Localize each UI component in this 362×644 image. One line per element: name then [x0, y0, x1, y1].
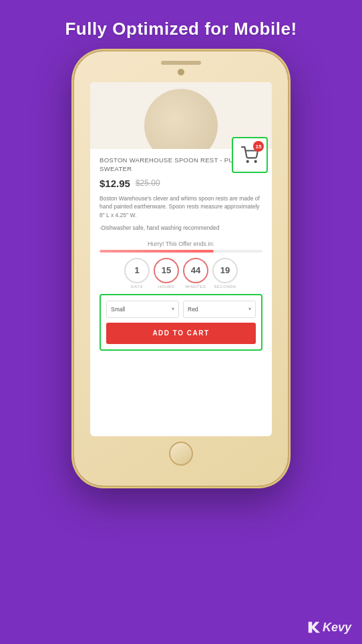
countdown-minutes: 44 MINUTES: [183, 258, 208, 289]
size-select[interactable]: Small ▾: [106, 301, 179, 318]
page-headline: Fully Optimized for Mobile!: [65, 19, 297, 39]
countdown-row: 1 DAYS 15 HOURS 44 MINUTES 19 SECONDS: [100, 258, 262, 289]
phone-top-bar: [74, 51, 288, 75]
progress-bar-fill: [100, 250, 214, 253]
size-select-arrow: ▾: [172, 306, 174, 312]
countdown-hours-circle: 15: [154, 258, 179, 283]
product-description: Boston Warehouse's clever and whims spoo…: [100, 194, 262, 220]
add-to-cart-button[interactable]: ADD TO CART: [106, 323, 256, 344]
price-original: $25.00: [136, 178, 160, 188]
phone-home-button[interactable]: [169, 442, 193, 466]
countdown-hours: 15 HOURS: [154, 258, 179, 289]
kevy-logo: Kevy: [307, 620, 351, 635]
product-image: [144, 89, 218, 149]
countdown-minutes-label: MINUTES: [186, 285, 206, 289]
countdown-days-circle: 1: [124, 258, 150, 283]
progress-bar: [100, 250, 262, 253]
countdown-days-label: DAYS: [131, 285, 143, 289]
color-select-arrow: ▾: [248, 306, 251, 312]
countdown-days: 1 DAYS: [124, 258, 150, 289]
countdown-seconds-label: SECONDS: [214, 285, 236, 289]
phone-speaker: [161, 61, 201, 65]
color-select-value: Red: [188, 306, 198, 313]
phone-mockup: 15 BOSTON WAREHOUSE SPOON REST - PUGLY S…: [74, 51, 288, 486]
cart-badge-highlight[interactable]: 15: [232, 137, 268, 173]
svg-point-1: [255, 161, 256, 162]
svg-point-0: [247, 161, 248, 162]
color-select[interactable]: Red ▾: [183, 301, 256, 318]
bottom-controls-highlight: Small ▾ Red ▾ ADD TO CART: [100, 294, 262, 351]
countdown-seconds: 19 SECONDS: [212, 258, 238, 289]
phone-camera: [178, 69, 184, 75]
size-select-value: Small: [111, 306, 125, 313]
price-current: $12.95: [100, 178, 130, 189]
countdown-hours-label: HOURS: [158, 285, 174, 289]
countdown-seconds-circle: 19: [212, 258, 238, 283]
price-row: $12.95 $25.00: [100, 178, 262, 189]
countdown-minutes-circle: 44: [183, 258, 208, 283]
product-note: -Dishwasher safe, hand washing recommend…: [100, 224, 262, 232]
hurry-section: Hurry! This Offer ends in: 1 DAYS 15 HOU…: [90, 236, 272, 289]
select-row: Small ▾ Red ▾: [106, 301, 256, 318]
cart-count-badge: 15: [253, 141, 264, 152]
cart-icon-wrapper[interactable]: 15: [241, 146, 258, 164]
kevy-logo-text: Kevy: [323, 621, 351, 635]
phone-screen: 15 BOSTON WAREHOUSE SPOON REST - PUGLY S…: [90, 82, 272, 436]
hurry-text: Hurry! This Offer ends in:: [100, 240, 262, 247]
kevy-logo-icon: [307, 620, 321, 635]
